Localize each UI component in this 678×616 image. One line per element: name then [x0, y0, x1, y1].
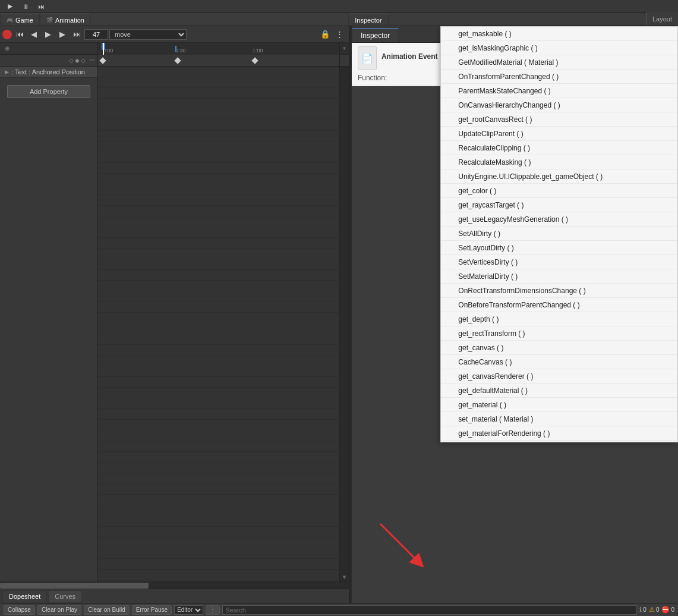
next-keyframe-button[interactable]: ⏭ [70, 28, 83, 41]
timeline-playhead [103, 43, 104, 55]
function-item-ontransformparentchanged[interactable]: OnTransformParentChanged ( ) [441, 70, 677, 84]
inspector-panel: Inspector 📄 Animation Event Function: ge… [352, 26, 678, 603]
info-count: 0 [643, 606, 647, 613]
error-count: 0 [671, 606, 674, 613]
add-keyframe-right-btn[interactable]: ◇ [81, 57, 86, 64]
error-pause-button[interactable]: Error Pause [132, 605, 172, 615]
curves-tab-btn[interactable]: Curves [48, 590, 82, 602]
function-item-setlayoutdirty[interactable]: SetLayoutDirty ( ) [441, 241, 677, 255]
function-item-set-material[interactable]: set_material ( Material ) [441, 412, 677, 426]
console-bar: Collapse Clear on Play Clear on Build Er… [0, 603, 678, 616]
timeline-content-area [98, 77, 339, 582]
function-item-get-ismaskinggraphic[interactable]: get_isMaskingGraphic ( ) [441, 41, 677, 55]
prev-keyframe-button[interactable]: ⏮ [13, 28, 26, 41]
function-item-onrecttransformdimensions[interactable]: OnRectTransformDimensionsChange ( ) [441, 284, 677, 298]
ruler-mark-30: 0:30 [175, 48, 186, 54]
function-item-setverticesdirty[interactable]: SetVerticesDirty ( ) [441, 255, 677, 269]
keyframe-0 [99, 57, 106, 64]
animation-icon: 🎬 [46, 17, 53, 23]
next-frame-button[interactable]: ▶ [56, 28, 69, 41]
function-item-cachecanvas[interactable]: CacheCanvas ( ) [441, 355, 677, 369]
function-item-get-canvas[interactable]: get_canvas ( ) [441, 341, 677, 355]
animation-event-title: Animation Event [381, 52, 438, 61]
record-button[interactable] [2, 30, 12, 39]
timeline-scrollbar-thumb[interactable] [0, 583, 149, 589]
warning-count-badge: ⚠ 0 [649, 606, 660, 614]
curves-mode-btn[interactable]: 〰 [89, 57, 95, 64]
anim-more-button[interactable]: ⋮ [333, 28, 346, 41]
console-more-button[interactable]: ⋮ [206, 605, 220, 615]
keyframe-end [251, 57, 258, 64]
timeline-row-anchored [98, 67, 339, 77]
animation-bottom-tabs: Dopesheet Curves [0, 589, 349, 603]
prev-frame-button[interactable]: ◀ [27, 28, 40, 41]
function-item-get-maskable[interactable]: get_maskable ( ) [441, 27, 677, 41]
tab-inspector-label: Inspector [355, 17, 381, 24]
timeline-ruler: 0:00 0:30 1:00 [98, 43, 339, 55]
anim-lock-button[interactable]: 🔒 [319, 28, 332, 41]
pause-button[interactable]: ⏸ [19, 1, 32, 12]
animation-event-icon: 📄 [358, 46, 377, 70]
ruler-mark-100: 1:00 [253, 48, 263, 54]
tab-animation[interactable]: 🎬 Animation [40, 14, 91, 26]
play-button[interactable]: ▶ [4, 1, 17, 12]
dopesheet-tab-btn[interactable]: Dopesheet [2, 590, 47, 602]
console-search-input[interactable] [222, 605, 637, 615]
function-item-getmodifiedmaterial[interactable]: GetModifiedMaterial ( Material ) [441, 55, 677, 70]
function-item-setalldirty[interactable]: SetAllDirty ( ) [441, 227, 677, 241]
function-item-get-rootcanvasrect[interactable]: get_rootCanvasRect ( ) [441, 112, 677, 127]
clear-on-play-button[interactable]: Clear on Play [37, 605, 81, 615]
function-item-get-raycasttarget[interactable]: get_raycastTarget ( ) [441, 198, 677, 212]
function-item-oncanvashierarchychanged[interactable]: OnCanvasHierarchyChanged ( ) [441, 98, 677, 112]
function-item-get-materialforrendering[interactable]: get_materialForRendering ( ) [441, 426, 677, 441]
function-item-get-recttransform[interactable]: get_rectTransform ( ) [441, 326, 677, 341]
function-item-onbeforetransformparent[interactable]: OnBeforeTransformParentChanged ( ) [441, 298, 677, 312]
step-button[interactable]: ⏭ [34, 1, 48, 12]
collapse-button[interactable]: Collapse [4, 605, 35, 615]
frame-input[interactable] [84, 29, 108, 40]
function-item-recalculateclipping[interactable]: RecalculateClipping ( ) [441, 141, 677, 155]
function-item-get-material[interactable]: get_material ( ) [441, 398, 677, 412]
tab-inspector[interactable]: Inspector [348, 14, 388, 26]
tab-game-label: Game [15, 17, 33, 24]
keyframe-mid [174, 57, 181, 64]
tab-animation-label: Animation [55, 17, 84, 24]
tab-game[interactable]: 🎮 Game [0, 14, 40, 26]
function-item-unity-iclippable[interactable]: UnityEngine.UI.IClippable.get_gameObject… [441, 169, 677, 184]
function-item-setmaterialdirty[interactable]: SetMaterialDirty ( ) [441, 269, 677, 284]
animation-panel: ⏮ ◀ ▶ ▶ ⏭ move 🔒 ⋮ ⊕ 0:00 0:30 1:0 [0, 26, 349, 603]
error-count-badge: ⛔ 0 [661, 606, 674, 614]
timeline-scroll-down[interactable]: ▼ [340, 572, 349, 582]
main-area: ⏮ ◀ ▶ ▶ ⏭ move 🔒 ⋮ ⊕ 0:00 0:30 1:0 [0, 26, 678, 603]
function-item-get-uselegacymesh[interactable]: get_useLegacyMeshGeneration ( ) [441, 212, 677, 227]
function-item-parentmaskstatechanged[interactable]: ParentMaskStateChanged ( ) [441, 84, 677, 98]
warning-count: 0 [656, 606, 660, 613]
animation-toolbar: ⏮ ◀ ▶ ▶ ⏭ move 🔒 ⋮ [0, 26, 349, 43]
add-keyframe-left-btn[interactable]: ◇ [69, 57, 74, 64]
function-item-ondestroy[interactable]: OnDestroy ( ) [441, 441, 677, 442]
function-item-recalculatemasking[interactable]: RecalculateMasking ( ) [441, 155, 677, 169]
function-list: get_maskable ( ) get_isMaskingGraphic ( … [440, 26, 678, 442]
property-anchored-position[interactable]: ▶ : Text : Anchored Position [0, 67, 97, 78]
function-item-get-color[interactable]: get_color ( ) [441, 184, 677, 198]
inspector-tab-btn[interactable]: Inspector [352, 29, 399, 42]
function-item-get-defaultmaterial[interactable]: get_defaultMaterial ( ) [441, 384, 677, 398]
tab-layout[interactable]: Layout [646, 12, 678, 26]
editor-select[interactable]: Editor [174, 605, 203, 615]
clear-on-build-button[interactable]: Clear on Build [84, 605, 130, 615]
clip-select[interactable]: move [109, 29, 187, 40]
game-icon: 🎮 [7, 17, 13, 23]
info-count-badge: ℹ 0 [639, 606, 647, 614]
function-label: Function: [358, 74, 399, 82]
arrow-overlay [368, 512, 440, 585]
timeline-scrollbar[interactable] [0, 582, 349, 589]
add-property-button[interactable]: Add Property [7, 85, 90, 98]
function-item-updateclipparent[interactable]: UpdateClipParent ( ) [441, 127, 677, 141]
play-animation-button[interactable]: ▶ [42, 28, 55, 41]
tab-layout-label: Layout [652, 15, 672, 23]
svg-line-0 [380, 524, 419, 562]
add-keyframe-btn[interactable]: ◆ [75, 57, 80, 64]
function-item-get-canvasrenderer[interactable]: get_canvasRenderer ( ) [441, 369, 677, 384]
timeline-marker-1 [175, 46, 176, 52]
function-item-get-depth[interactable]: get_depth ( ) [441, 312, 677, 326]
